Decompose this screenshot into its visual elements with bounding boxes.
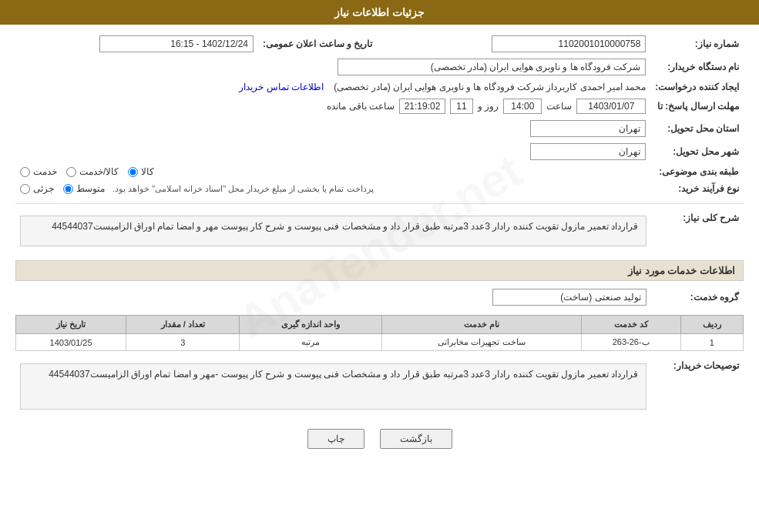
description-label: شرح کلی نیاز: (651, 208, 744, 254)
need-number-value: 1102001010000758 (408, 32, 650, 55)
col-row-num: ردیف (680, 316, 743, 334)
col-service-name: نام خدمت (382, 316, 581, 334)
category-options: خدمت کالا/خدمت کالا (15, 163, 650, 180)
announce-date-label: تاریخ و ساعت اعلان عمومی: (258, 32, 377, 55)
contact-link[interactable]: اطلاعات تماس خریدار (239, 82, 324, 92)
description-value: قرارداد تعمیر مازول تقویت کننده رادار 3ع… (15, 208, 651, 254)
deadline-remaining-label: ساعت باقی مانده (327, 101, 395, 112)
category-goods-radio[interactable] (128, 167, 138, 177)
buyer-org-box: شرکت فرودگاه ها و ناوبری هوایی ایران (ما… (338, 59, 646, 75)
province-box: تهران (530, 120, 646, 137)
back-button[interactable]: بازگشت (380, 429, 452, 449)
buyer-org-value: شرکت فرودگاه ها و ناوبری هوایی ایران (ما… (15, 55, 650, 79)
purchase-partial-radio[interactable] (20, 184, 30, 194)
service-group-section: گروه خدمت: تولید صنعتی (ساخت) (15, 286, 744, 309)
cell-service-name: ساخت تجهیزات مخابراتی (382, 334, 581, 351)
deadline-remaining: 21:19:02 (399, 99, 445, 114)
city-box: تهران (530, 143, 646, 160)
deadline-date: 1403/01/07 (576, 99, 646, 114)
description-section: شرح کلی نیاز: قرارداد تعمیر مازول تقویت … (15, 208, 744, 254)
page-header: جزئیات اطلاعات نیاز (0, 0, 759, 25)
purchase-partial-label: جزئی (33, 183, 54, 194)
category-service-radio[interactable] (20, 167, 30, 177)
page-title: جزئیات اطلاعات نیاز (334, 6, 425, 18)
buyer-org-label: نام دستگاه خریدار: (650, 55, 744, 79)
category-goods-service-label: کالا/خدمت (79, 166, 119, 177)
buyer-description-box: قرارداد تعمیر مازول تقویت کننده رادار 3ع… (20, 363, 646, 410)
cell-service-code: ب-26-263 (581, 334, 680, 351)
cell-unit: مرتبه (240, 334, 382, 351)
service-group-label: گروه خدمت: (651, 286, 744, 309)
buyer-description-value: قرارداد تعمیر مازول تقویت کننده رادار 3ع… (15, 356, 651, 417)
deadline-time-label: ساعت (546, 101, 572, 112)
cell-quantity: 3 (126, 334, 240, 351)
deadline-time: 14:00 (503, 99, 542, 114)
purchase-type-label: نوع فرآیند خرید: (650, 180, 744, 197)
province-label: استان محل تحویل: (650, 117, 744, 140)
services-table: ردیف کد خدمت نام خدمت واحد اندازه گیری ت… (15, 315, 744, 351)
col-quantity: تعداد / مقدار (126, 316, 240, 334)
purchase-type-row: جزئی متوسط پرداخت تمام یا بخشی از مبلغ خ… (15, 180, 650, 197)
buyer-description-label: توصیحات خریدار: (651, 356, 744, 417)
action-buttons: بازگشت چاپ (15, 429, 744, 449)
category-option-goods-service: کالا/خدمت (66, 166, 119, 177)
creator-label: ایجاد کننده درخواست: (650, 79, 744, 95)
purchase-partial: جزئی (20, 183, 54, 194)
need-number-box: 1102001010000758 (492, 35, 646, 52)
purchase-medium-label: متوسط (76, 183, 105, 194)
category-option-goods: کالا (128, 166, 154, 177)
service-group-value: تولید صنعتی (ساخت) (15, 286, 651, 309)
announce-date-value: 1402/12/24 - 16:15 (15, 32, 258, 55)
deadline-days: 11 (450, 99, 473, 114)
cell-row-num: 1 (680, 334, 743, 351)
col-service-code: کد خدمت (581, 316, 680, 334)
creator-text: محمد امیر احمدی کاربرداز شرکت فرودگاه ها… (334, 82, 646, 92)
services-section-title: اطلاعات خدمات مورد نیاز (15, 260, 744, 281)
creator-value: محمد امیر احمدی کاربرداز شرکت فرودگاه ها… (15, 79, 650, 95)
deadline-label: مهلت ارسال پاسخ: تا (650, 95, 744, 117)
category-goods-service-radio[interactable] (66, 167, 76, 177)
purchase-note: پرداخت تمام یا بخشی از مبلغ خریدار محل "… (113, 184, 374, 194)
info-section: شماره نیاز: 1102001010000758 تاریخ و ساع… (15, 32, 744, 197)
col-date: تاریخ نیاز (16, 316, 126, 334)
province-value: تهران (15, 117, 650, 140)
city-value: تهران (15, 140, 650, 163)
buyer-description-section: توصیحات خریدار: قرارداد تعمیر مازول تقوی… (15, 356, 744, 417)
deadline-day-label: روز و (478, 101, 499, 112)
purchase-medium-radio[interactable] (63, 184, 73, 194)
description-box: قرارداد تعمیر مازول تقویت کننده رادار 3ع… (20, 216, 646, 246)
announce-date-box: 1402/12/24 - 16:15 (99, 35, 254, 52)
table-row: 1 ب-26-263 ساخت تجهیزات مخابراتی مرتبه 3… (16, 334, 744, 351)
deadline-row: 1403/01/07 ساعت 14:00 روز و 11 21:19:02 … (15, 95, 650, 117)
col-unit: واحد اندازه گیری (240, 316, 382, 334)
service-group-box: تولید صنعتی (ساخت) (492, 289, 646, 306)
category-service-label: خدمت (33, 166, 57, 177)
category-option-service: خدمت (20, 166, 57, 177)
purchase-medium: متوسط (63, 183, 105, 194)
category-label: طبقه بندی موضوعی: (650, 163, 744, 180)
print-button[interactable]: چاپ (307, 429, 364, 449)
category-goods-label: کالا (141, 166, 154, 177)
need-number-label: شماره نیاز: (650, 32, 744, 55)
city-label: شهر محل تحویل: (650, 140, 744, 163)
cell-date: 1403/01/25 (16, 334, 126, 351)
